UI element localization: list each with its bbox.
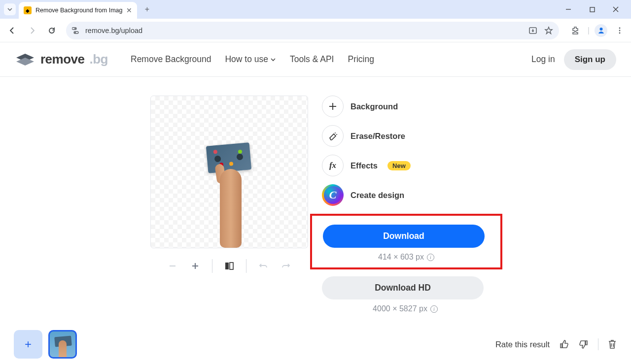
chevron-down-icon: [270, 57, 276, 63]
image-thumbnail-selected[interactable]: [48, 330, 77, 359]
profile-avatar[interactable]: [595, 24, 607, 37]
window-controls: [561, 2, 627, 17]
login-link[interactable]: Log in: [531, 54, 555, 65]
new-badge: New: [387, 161, 411, 170]
action-create-design[interactable]: C Create design: [322, 184, 489, 206]
extensions-icon[interactable]: [568, 23, 583, 38]
svg-point-3: [74, 28, 76, 29]
bookmark-icon[interactable]: [544, 26, 553, 35]
redo-button[interactable]: [280, 260, 292, 272]
result-image: [202, 144, 256, 248]
action-label: Background: [351, 102, 398, 111]
info-icon[interactable]: i: [427, 254, 434, 261]
tabs-dropdown-button[interactable]: [4, 3, 16, 15]
add-image-button[interactable]: +: [14, 330, 42, 359]
tab-close-icon[interactable]: ✕: [126, 6, 132, 14]
favicon-icon: ◆: [24, 6, 32, 14]
download-button[interactable]: Download: [323, 225, 485, 248]
signup-button[interactable]: Sign up: [564, 49, 616, 70]
bottom-bar: + Rate this result: [0, 328, 631, 364]
svg-point-10: [619, 32, 621, 33]
canvas-toolbar: [150, 248, 308, 273]
logo-text-secondary: .bg: [90, 52, 108, 67]
svg-point-8: [619, 27, 621, 29]
svg-rect-15: [230, 263, 233, 269]
logo-mark-icon: [15, 52, 35, 67]
browser-url-bar: remove.bg/upload |: [0, 19, 631, 42]
info-icon[interactable]: i: [430, 305, 438, 313]
download-hd-button[interactable]: Download HD: [322, 276, 484, 299]
undo-button[interactable]: [257, 260, 269, 272]
main-nav: Remove Background How to use Tools & API…: [131, 54, 374, 65]
site-header: remove.bg Remove Background How to use T…: [0, 42, 631, 77]
action-label: Erase/Restore: [351, 132, 405, 141]
zoom-in-button[interactable]: [189, 260, 201, 272]
svg-point-19: [336, 134, 337, 135]
minimize-button[interactable]: [561, 2, 576, 17]
image-preview-canvas[interactable]: [150, 96, 308, 248]
download-dimensions: 414 × 603 px i: [323, 253, 490, 262]
nav-how-to-use[interactable]: How to use: [225, 54, 276, 65]
delete-icon[interactable]: [607, 339, 617, 350]
action-background[interactable]: Background: [322, 96, 489, 117]
svg-point-5: [74, 32, 76, 33]
svg-point-9: [619, 30, 621, 31]
svg-rect-14: [225, 263, 229, 269]
erase-icon: [322, 125, 344, 147]
install-app-icon[interactable]: [528, 26, 537, 35]
action-label: Effects: [351, 161, 378, 170]
nav-pricing[interactable]: Pricing: [348, 54, 374, 65]
new-tab-button[interactable]: +: [140, 2, 154, 16]
svg-point-7: [599, 28, 602, 31]
plus-icon: [322, 96, 344, 117]
svg-point-18: [335, 132, 336, 133]
compare-toggle-button[interactable]: [223, 260, 235, 272]
url-text: remove.bg/upload: [85, 27, 142, 34]
download-highlight-box: Download 414 × 603 px i: [310, 214, 502, 269]
close-window-button[interactable]: [608, 2, 623, 17]
download-hd-dimensions: 4000 × 5827 px i: [322, 304, 489, 313]
action-erase-restore[interactable]: Erase/Restore: [322, 125, 489, 147]
reload-button[interactable]: [43, 22, 60, 39]
site-logo[interactable]: remove.bg: [15, 52, 108, 67]
thumbs-up-icon[interactable]: [559, 339, 569, 350]
maximize-button[interactable]: [585, 2, 599, 17]
address-bar[interactable]: remove.bg/upload: [66, 22, 559, 39]
zoom-out-button[interactable]: [167, 260, 178, 272]
action-label: Create design: [351, 191, 404, 200]
thumbs-down-icon[interactable]: [578, 339, 589, 350]
effects-icon: fx: [322, 155, 344, 176]
rate-label: Rate this result: [495, 340, 550, 349]
browser-tab-bar: ◆ Remove Background from Imag ✕ +: [0, 0, 631, 19]
nav-remove-background[interactable]: Remove Background: [131, 54, 211, 65]
nav-tools-api[interactable]: Tools & API: [290, 54, 334, 65]
logo-text-primary: remove: [40, 52, 85, 67]
back-button[interactable]: [4, 22, 21, 39]
action-effects[interactable]: fx Effects New: [322, 155, 489, 176]
tab-title: Remove Background from Imag: [35, 7, 122, 14]
menu-icon[interactable]: [612, 23, 627, 38]
chevron-down-icon: [7, 6, 13, 12]
svg-rect-1: [590, 7, 595, 12]
forward-button[interactable]: [24, 22, 40, 39]
browser-tab-active[interactable]: ◆ Remove Background from Imag ✕: [19, 2, 137, 19]
canva-icon: C: [322, 184, 344, 206]
site-settings-icon[interactable]: [72, 27, 80, 34]
